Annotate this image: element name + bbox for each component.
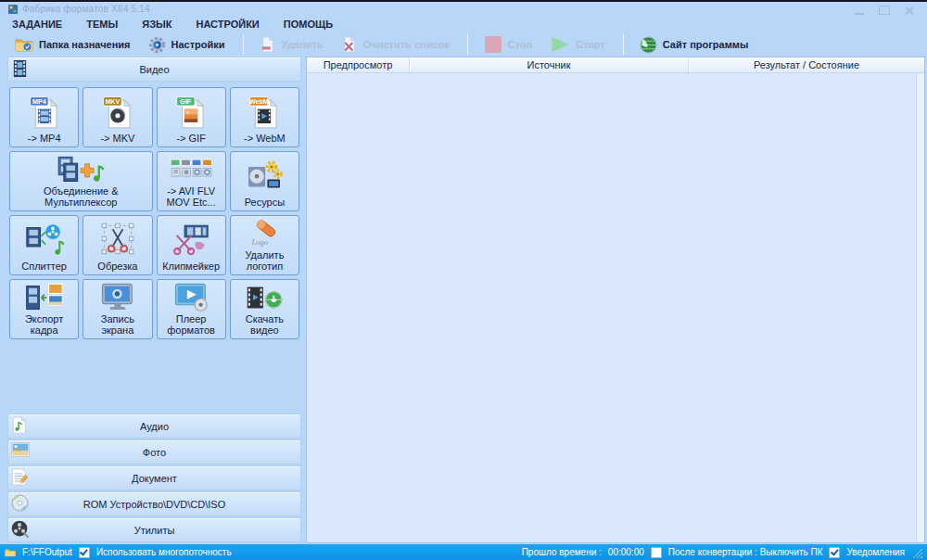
column-source[interactable]: Источник: [410, 57, 689, 72]
sidebar-section-audio-label: Аудио: [8, 421, 300, 432]
sidebar-section-video[interactable]: Видео: [7, 57, 301, 82]
tile-format-player-label: Плеер форматов: [159, 313, 224, 337]
tile-remove-logo[interactable]: LogoУдалить логотип: [230, 215, 299, 275]
resources-icon: [246, 154, 283, 197]
clear-list-icon: [341, 36, 358, 53]
output-path[interactable]: F:\FFOutput: [22, 547, 72, 557]
tile-to-mkv[interactable]: MKV-> MKV: [83, 87, 152, 147]
clipmaker-icon: [171, 218, 210, 261]
destination-folder-button-label: Папка назначения: [39, 39, 131, 50]
shutdown-checkbox[interactable]: [651, 547, 662, 558]
destination-folder-button[interactable]: Папка назначения: [7, 35, 138, 54]
svg-text:MKV: MKV: [105, 98, 120, 106]
resize-grip[interactable]: [911, 547, 922, 558]
program-site-button-label: Сайт программы: [663, 39, 749, 50]
remove-button-label: Удалить: [282, 39, 324, 50]
sidebar: Видео MP4-> MP4MKV-> MKVGIF-> GIFWebM-> …: [7, 57, 301, 543]
sidebar-section-audio[interactable]: Аудио: [7, 414, 301, 439]
tile-trim[interactable]: Обрезка: [83, 215, 152, 275]
document-icon: [11, 468, 28, 486]
download-video-icon: [245, 282, 284, 313]
multithread-checkbox[interactable]: [79, 547, 90, 558]
clear-list-button-label: Очистить список: [363, 39, 450, 50]
column-result-state[interactable]: Результат / Состояние: [689, 57, 924, 72]
section-video-label: Видео: [8, 64, 300, 75]
task-table-header: Предпросмотр Источник Результат / Состоя…: [307, 57, 924, 73]
column-preview[interactable]: Предпросмотр: [307, 57, 410, 72]
output-folder-icon: [5, 548, 16, 557]
close-button[interactable]: [905, 6, 914, 14]
maximize-button[interactable]: [879, 6, 890, 15]
window-title: Фабрика форматов X64 5.14: [22, 4, 150, 14]
gif-file-icon: GIF: [174, 90, 208, 133]
tile-to-avi-flv-mov[interactable]: -> AVI FLV MOV Etc...: [157, 151, 226, 211]
menu-settings[interactable]: НАСТРОЙКИ: [197, 19, 260, 30]
stop-button[interactable]: Стоп: [476, 33, 540, 56]
tile-to-webm[interactable]: WebM-> WebM: [230, 87, 299, 147]
settings-button[interactable]: Настройки: [141, 34, 233, 56]
screen-record-icon: [100, 282, 135, 313]
gear-icon: [148, 36, 166, 54]
sidebar-sections: АудиоФотоДокументROM Устройство\DVD\CD\I…: [7, 414, 301, 543]
menu-themes[interactable]: ТЕМЫ: [86, 19, 118, 30]
notifications-checkbox[interactable]: [829, 547, 840, 558]
start-icon: [550, 35, 570, 54]
audio-note-icon: [11, 416, 28, 434]
tile-to-mp4[interactable]: MP4-> MP4: [9, 87, 79, 147]
tile-screen-record[interactable]: Запись экрана: [83, 279, 152, 339]
tile-export-frame-label: Экспорт кадра: [11, 313, 77, 337]
video-tools-grid: MP4-> MP4MKV-> MKVGIF-> GIFWebM-> WebMОб…: [7, 82, 301, 339]
status-bar-right: Прошло времени : 00:00:00 После конверта…: [522, 547, 922, 558]
tile-clipmaker[interactable]: Клипмейкер: [157, 215, 226, 275]
minimize-button[interactable]: [855, 6, 864, 15]
elapsed-label: Прошло времени :: [522, 547, 602, 557]
sidebar-section-rom[interactable]: ROM Устройство\DVD\CD\ISO: [7, 491, 301, 516]
trim-scissors-icon: [99, 218, 136, 261]
content-area: Видео MP4-> MP4MKV-> MKVGIF-> GIFWebM-> …: [7, 57, 925, 543]
task-panel: Предпросмотр Источник Результат / Состоя…: [306, 57, 925, 543]
splitter-icon: [24, 218, 65, 261]
sidebar-section-photo[interactable]: Фото: [7, 439, 301, 465]
notifications-label: Уведомления: [846, 547, 905, 557]
tile-clipmaker-label: Клипмейкер: [162, 261, 220, 273]
app-icon: [8, 1, 18, 18]
tile-to-gif[interactable]: GIF-> GIF: [157, 87, 226, 147]
task-list-empty: [307, 73, 916, 542]
format-player-icon: [173, 282, 209, 313]
program-site-button[interactable]: Сайт программы: [632, 34, 756, 56]
tile-to-webm-label: -> WebM: [244, 133, 286, 145]
settings-button-label: Настройки: [171, 39, 225, 50]
tile-download-video[interactable]: Скачать видео: [230, 279, 299, 339]
destination-folder-icon: [15, 37, 33, 52]
tile-resources[interactable]: Ресурсы: [230, 151, 299, 211]
clear-list-button[interactable]: Очистить список: [334, 34, 457, 55]
svg-text:MP4: MP4: [32, 98, 46, 106]
disc-icon: [11, 494, 29, 512]
tile-to-avi-flv-mov-label: -> AVI FLV MOV Etc...: [159, 185, 224, 209]
status-bar: F:\FFOutput Использовать многопоточность…: [0, 544, 927, 560]
tile-merge-multiplexer[interactable]: Объединение & Мультиплексор: [9, 151, 153, 211]
filmstrip-icon: [11, 59, 29, 78]
start-button[interactable]: Старт: [542, 33, 612, 56]
start-button-label: Старт: [576, 39, 604, 50]
tile-splitter[interactable]: Сплиттер: [9, 215, 79, 275]
app-window: Фабрика форматов X64 5.14 ЗАДАНИЕТЕМЫЯЗЫ…: [0, 0, 927, 57]
toolbar-separator: [242, 34, 243, 55]
export-frame-icon: [24, 282, 65, 313]
menu-task[interactable]: ЗАДАНИЕ: [12, 19, 62, 30]
tile-remove-logo-label: Удалить логотип: [232, 249, 298, 273]
tile-to-mp4-label: -> MP4: [28, 133, 61, 145]
sidebar-section-utilities-label: Утилиты: [8, 525, 300, 536]
remove-button[interactable]: Удалить: [252, 34, 331, 55]
menu-language[interactable]: ЯЗЫК: [142, 19, 171, 30]
tile-format-player[interactable]: Плеер форматов: [157, 279, 226, 339]
tile-trim-label: Обрезка: [97, 261, 137, 273]
menu-help[interactable]: ПОМОЩЬ: [284, 19, 333, 30]
merge-multiplexer-icon: [57, 154, 105, 185]
sidebar-section-utilities[interactable]: Утилиты: [7, 517, 301, 542]
tile-splitter-label: Сплиттер: [21, 261, 67, 273]
tile-export-frame[interactable]: Экспорт кадра: [9, 279, 79, 339]
vertical-scrollbar[interactable]: [916, 73, 924, 542]
sidebar-section-document[interactable]: Документ: [7, 465, 301, 490]
window-controls: [855, 6, 914, 15]
